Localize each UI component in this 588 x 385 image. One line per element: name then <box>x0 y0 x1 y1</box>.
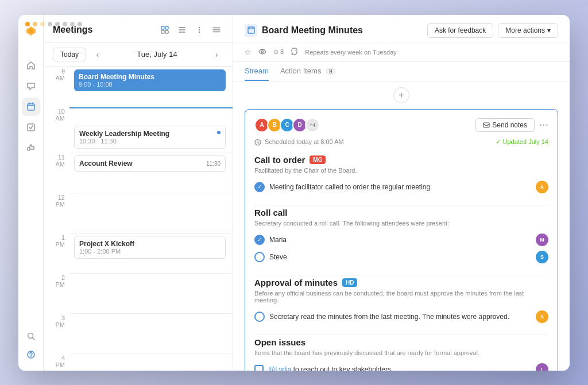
attendee-avatars: A B C D +4 <box>254 118 318 133</box>
roll-call-text-steve: Steve <box>269 253 531 261</box>
check-square-icon[interactable] <box>22 118 40 137</box>
open-issues-item-1: @Lydia to reach out to key stakeholders.… <box>254 361 548 371</box>
add-content-button[interactable]: + <box>393 87 409 103</box>
avatar-steve: S <box>536 251 548 263</box>
svg-rect-15 <box>248 27 254 33</box>
section-title-roll-call: Roll call <box>254 208 288 217</box>
avatar-maria: M <box>536 234 548 246</box>
section-approval-minutes: Approval of minutes HD Before any offici… <box>254 278 548 325</box>
date-nav: Today ‹ Tue, July 14 › <box>44 43 233 67</box>
send-notes-button[interactable]: Send notes <box>475 118 535 132</box>
menu-icon[interactable] <box>210 23 223 37</box>
call-to-order-item-1: Meeting facilitator called to order the … <box>254 178 548 196</box>
list-view-icon[interactable] <box>175 23 189 37</box>
scheduled-text: Scheduled today at 8:00 AM <box>254 138 344 146</box>
account-review-event[interactable]: Account Review 11:30 <box>74 155 226 172</box>
calendar-icon[interactable] <box>22 98 40 116</box>
meeting-type-icon <box>245 24 257 37</box>
time-slot-3pm: 3 PM <box>44 313 233 353</box>
call-to-order-text-1: Meeting facilitator called to order the … <box>269 183 531 191</box>
chat-icon[interactable] <box>22 77 40 95</box>
note-card: A B C D +4 Send notes <box>245 109 558 371</box>
check-circle-approval[interactable] <box>254 312 265 322</box>
grid-view-icon[interactable] <box>158 23 172 37</box>
time-slot-9am: 9 AM Board Meeting Minutes 9:00 - 10:00 <box>44 67 233 107</box>
today-button[interactable]: Today <box>53 48 86 61</box>
thumbs-up-icon[interactable] <box>22 139 40 157</box>
time-label-1pm: 1 PM <box>44 233 69 248</box>
time-label-3pm: 3 PM <box>44 313 69 328</box>
time-label-9am: 9 AM <box>44 67 69 81</box>
time-slot-12pm: 12 PM <box>44 193 233 233</box>
event-title-kickoff: Project X Kickoff <box>79 240 220 248</box>
section-call-to-order: Call to order MG Facilitated by the Chai… <box>254 155 548 196</box>
roll-call-item-steve: Steve S <box>254 248 548 266</box>
more-actions-button[interactable]: More actions ▾ <box>498 23 558 38</box>
calendar-panel: Meetings <box>44 15 233 371</box>
check-circle-maria[interactable] <box>254 235 265 245</box>
next-arrow[interactable]: › <box>210 48 223 61</box>
section-title-approval: Approval of minutes <box>254 278 338 287</box>
more-options-icon[interactable] <box>192 23 206 37</box>
time-label-10am: 10 AM <box>44 107 69 122</box>
svg-rect-8 <box>161 26 164 29</box>
check-circle-checked[interactable] <box>254 182 265 192</box>
time-label-2pm: 2 PM <box>44 273 69 288</box>
ask-feedback-button[interactable]: Ask for feedback <box>427 23 493 38</box>
board-meeting-event[interactable]: Board Meeting Minutes 9:00 - 10:00 <box>74 69 226 91</box>
section-open-issues: Open issues Items that the board has pre… <box>254 337 548 371</box>
tabs-row: Stream Action Items 9 <box>233 62 570 81</box>
section-desc-roll-call: Secretary conducted a roll call. The fol… <box>254 220 548 227</box>
time-slot-1pm: 1 PM Project X Kickoff 1:00 - 2:00 PM <box>44 233 233 273</box>
check-circle-steve[interactable] <box>254 252 265 262</box>
svg-rect-3 <box>28 124 34 131</box>
note-more-button[interactable]: ⋯ <box>539 119 548 130</box>
time-slot-4pm: 4 PM <box>44 353 233 371</box>
assignee-badge-hd: HD <box>342 278 357 287</box>
home-icon[interactable] <box>22 56 40 75</box>
event-badge-account: 11:30 <box>206 160 220 166</box>
project-kickoff-event[interactable]: Project X Kickoff 1:00 - 2:00 PM <box>74 236 226 259</box>
section-title-call-to-order: Call to order <box>254 155 305 165</box>
prev-arrow[interactable]: ‹ <box>91 48 105 61</box>
help-icon[interactable] <box>22 345 40 364</box>
check-square-lydia[interactable] <box>254 365 264 371</box>
time-label-12pm: 12 PM <box>44 193 69 208</box>
time-slot-11am: 11 AM Account Review 11:30 <box>44 153 233 193</box>
search-icon[interactable] <box>22 327 40 345</box>
tab-action-items[interactable]: Action Items 9 <box>280 62 336 81</box>
approval-text-1: Secretary read the minutes from the last… <box>269 313 531 321</box>
star-icon[interactable]: ☆ <box>245 48 252 56</box>
avatar-approval: A <box>536 310 548 323</box>
svg-rect-10 <box>161 30 164 33</box>
svg-rect-4 <box>28 147 30 150</box>
repeat-text: Repeats every week on Tuesday <box>305 49 397 56</box>
svg-point-14 <box>199 31 200 32</box>
open-issues-text-1: @Lydia to reach out to key stakeholders. <box>268 365 531 371</box>
eye-icon[interactable] <box>258 48 266 56</box>
svg-point-7 <box>30 356 32 357</box>
avatar-count: +4 <box>305 118 320 133</box>
approval-item-1: Secretary read the minutes from the last… <box>254 308 548 325</box>
roll-call-item-maria: Maria M <box>254 231 548 248</box>
sidebar <box>18 15 44 371</box>
stream-content: + A B C D +4 <box>233 81 570 371</box>
svg-point-13 <box>199 29 200 30</box>
mention-lydia[interactable]: @Lydia <box>268 365 291 371</box>
time-label-4pm: 4 PM <box>44 353 69 368</box>
calendar-header: Meetings <box>44 15 233 43</box>
weekly-leadership-event[interactable]: Weekly Leadership Meeting 10:30 - 11:30 <box>74 126 226 149</box>
section-desc-approval: Before any official business can be cond… <box>254 290 548 304</box>
comment-count: ⊙ 8 <box>273 48 284 56</box>
open-issues-rest-text: to reach out to key stakeholders. <box>293 365 393 371</box>
section-desc-call-to-order: Facilitated by the Chair of the Board. <box>254 167 548 174</box>
time-slot-2pm: 2 PM <box>44 273 233 313</box>
event-title-account: Account Review <box>79 160 133 168</box>
section-desc-open-issues: Items that the board has previously disc… <box>254 349 548 356</box>
svg-rect-11 <box>165 30 168 33</box>
tab-stream[interactable]: Stream <box>245 62 269 81</box>
time-label-11am: 11 AM <box>44 153 69 168</box>
event-title-leadership: Weekly Leadership Meeting <box>79 130 220 138</box>
event-time-kickoff: 1:00 - 2:00 PM <box>79 248 220 255</box>
svg-point-12 <box>199 26 200 28</box>
